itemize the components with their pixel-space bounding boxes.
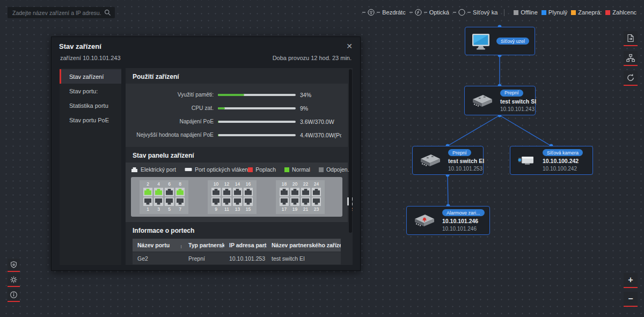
content-scrollbar[interactable] — [349, 69, 352, 264]
sidebar-item-stav-portu-poe[interactable]: Stav portu PoE — [60, 113, 121, 127]
electrical-port-icon — [131, 167, 138, 173]
port-number: 19 — [290, 207, 299, 212]
wireless-link-icon — [362, 9, 380, 16]
gear-button[interactable] — [8, 274, 20, 287]
port-15[interactable] — [244, 197, 253, 206]
sidebar-item-statistika-portu[interactable]: Statistika portu — [60, 98, 121, 113]
port-number: 24 — [312, 182, 321, 187]
zoom-in-button[interactable]: + — [624, 273, 638, 288]
port-number: 20 — [290, 182, 299, 187]
port-8[interactable] — [175, 188, 185, 196]
table-cell: Ge2 — [133, 255, 184, 262]
port-number: 9 — [211, 207, 221, 212]
topology-node-s-ov-uzel[interactable]: Síťový uzel — [465, 27, 535, 55]
meter-bar — [218, 94, 296, 96]
port-17[interactable] — [280, 197, 289, 206]
meter-value: 3.6W/370.0W — [300, 119, 341, 125]
port-number: 6 — [165, 182, 174, 187]
left-toolbar — [8, 259, 20, 302]
dialog-content: Použití zařízení Využití paměti:34%CPU z… — [126, 68, 353, 265]
status-swatch — [284, 167, 289, 172]
port-20[interactable] — [290, 188, 299, 196]
port-number: 15 — [244, 207, 253, 212]
ports-table: Název portu|Typ partnerskéh...|IP adresa… — [133, 239, 341, 265]
port-7[interactable] — [175, 197, 185, 206]
zoom-out-button[interactable]: − — [624, 292, 638, 307]
node-name: 10.10.100.242 — [543, 158, 583, 164]
port-1[interactable] — [143, 197, 152, 206]
info-button[interactable] — [8, 289, 20, 302]
ports-table-heading: Informace o portech — [126, 222, 348, 238]
port-22[interactable] — [301, 188, 310, 196]
meter-bar — [218, 107, 296, 109]
port-9[interactable] — [211, 197, 221, 206]
port-4[interactable] — [154, 188, 163, 196]
usage-meters: Využití paměti:34%CPU zat.9%Napájení PoE… — [126, 84, 348, 147]
legend-status: Offline — [514, 9, 538, 16]
port-legend: Elektrický portPort optických vlákenPopl… — [131, 166, 342, 173]
dialog-sidebar: Stav zařízeníStav portu:Statistika portu… — [60, 68, 121, 265]
table-header-cell: Název portu| — [133, 242, 184, 248]
port-12[interactable] — [222, 188, 231, 196]
port-type-label: Elektrický port — [141, 166, 176, 173]
search-icon[interactable] — [104, 9, 111, 16]
device-panel-section: Elektrický portPort optických vlákenPopl… — [126, 163, 348, 222]
port-13[interactable] — [233, 197, 242, 206]
table-cell: 10.10.101.253 — [224, 255, 267, 262]
usage-meter: Využití paměti:34% — [132, 88, 341, 101]
topology-node-test-switch-si[interactable]: Prepnítest switch SI10.10.101.243 — [464, 86, 536, 115]
port-number: 5 — [165, 207, 174, 212]
export-button[interactable] — [624, 31, 638, 46]
shield-button[interactable] — [8, 259, 20, 272]
sidebar-item-stav-za-zen-[interactable]: Stav zařízení — [60, 69, 121, 84]
port-21[interactable] — [301, 197, 310, 206]
node-name: test switch EI — [448, 158, 478, 164]
port-6[interactable] — [165, 188, 174, 196]
port-number: 7 — [175, 207, 185, 212]
monitor-icon — [471, 33, 491, 50]
table-row: Ge2Prepní10.10.101.253test switch EI — [133, 252, 341, 264]
port-3[interactable] — [154, 197, 163, 206]
port-24[interactable] — [312, 188, 321, 196]
port-23[interactable] — [312, 197, 321, 206]
port-10[interactable] — [211, 188, 221, 196]
port-19[interactable] — [290, 197, 299, 206]
topology-node-10-10-101-246[interactable]: Alarmove zari...10.10.101.24610.10.101.2… — [406, 206, 490, 235]
topology-node-test-switch-ei[interactable]: Prepnítest switch EI10.10.101.253 — [412, 146, 484, 175]
zoom-in-label: + — [628, 275, 633, 285]
legend-divider — [504, 9, 504, 16]
export-icon — [626, 33, 635, 43]
close-icon[interactable]: ✕ — [344, 41, 355, 51]
port-5[interactable] — [165, 197, 174, 206]
port-group: 101214169111315 — [208, 180, 257, 214]
table-header-cell: Typ partnerskéh...| — [184, 242, 224, 248]
topology-button[interactable] — [624, 51, 638, 66]
table-cell: Prepní — [184, 255, 224, 262]
port-status-item: Odpojen. — [319, 166, 349, 173]
port-number: 18 — [280, 182, 289, 187]
status-swatch — [605, 10, 610, 15]
meter-bar — [218, 121, 296, 123]
legend-link-label: Bezdrátc — [382, 9, 405, 16]
refresh-button[interactable] — [624, 71, 638, 86]
search-input[interactable]: Zadejte název zařízení a IP adresu. — [8, 7, 115, 18]
scrollbar-thumb[interactable] — [349, 69, 352, 233]
port-14[interactable] — [233, 188, 242, 196]
port-16[interactable] — [244, 188, 253, 196]
node-type-badge: Prepní — [448, 149, 471, 156]
sidebar-item-stav-portu-[interactable]: Stav portu: — [60, 84, 121, 98]
column-divider: | — [180, 244, 182, 248]
port-18[interactable] — [280, 188, 289, 196]
alarm-switch-icon — [412, 212, 437, 229]
port-number: 21 — [301, 207, 310, 212]
switch-icon — [418, 152, 443, 169]
topology-node-10-10-100-242[interactable]: Síťová kamera10.10.100.24210.10.100.242 — [510, 146, 593, 175]
legend-status-label: Zahlcenc — [612, 9, 636, 16]
meter-bar — [218, 134, 296, 136]
node-info: Síťová kamera10.10.100.24210.10.100.242 — [543, 149, 583, 172]
meter-fill — [218, 134, 218, 136]
node-ip: 10.10.101.243 — [500, 106, 530, 112]
node-info: Síťový uzel — [496, 38, 529, 45]
port-11[interactable] — [222, 197, 231, 206]
port-2[interactable] — [143, 188, 152, 196]
